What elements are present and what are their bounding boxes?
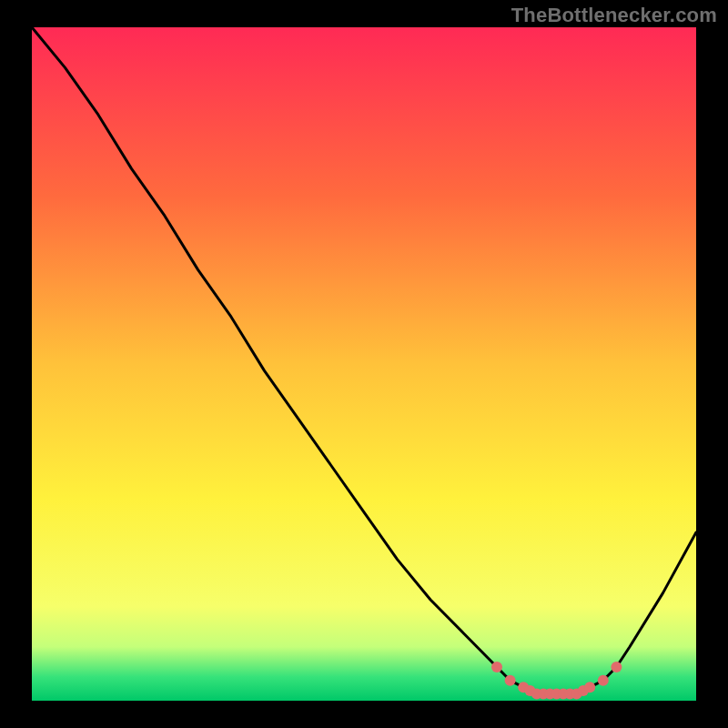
marker-dot bbox=[611, 662, 622, 672]
gradient-background bbox=[32, 27, 696, 701]
marker-dot bbox=[598, 675, 609, 686]
chart-frame: TheBottlenecker.com bbox=[0, 0, 728, 728]
marker-dot bbox=[505, 675, 516, 686]
marker-dot bbox=[584, 682, 595, 693]
marker-dot bbox=[491, 662, 502, 672]
bottleneck-chart bbox=[0, 0, 728, 728]
